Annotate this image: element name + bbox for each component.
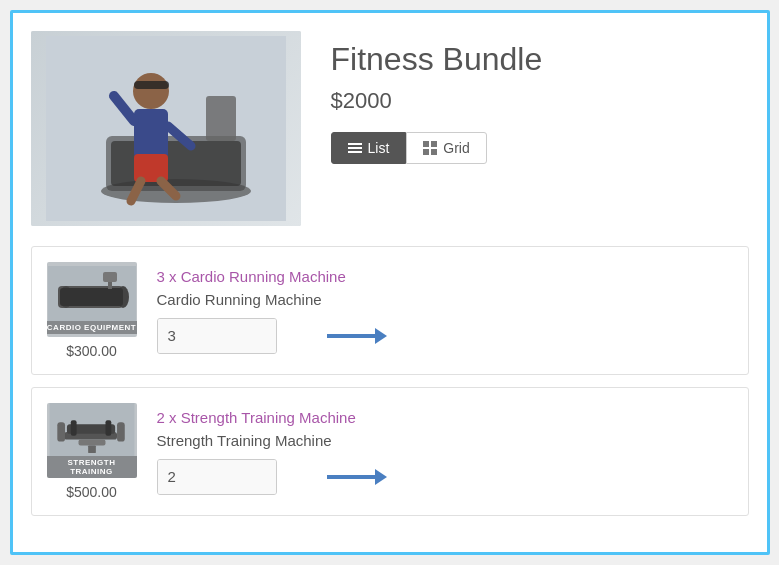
strength-quantity-group: ▲ ▼ <box>157 459 277 495</box>
strength-details: 2 x Strength Training Machine Strength T… <box>157 409 733 495</box>
strength-quantity-input[interactable] <box>158 460 277 494</box>
list-button-label: List <box>368 140 390 156</box>
svg-rect-30 <box>88 445 96 453</box>
cardio-quantity-group: ▲ ▼ <box>157 318 277 354</box>
item-card-strength: STRENGTH TRAINING $500.00 2 x Strength T… <box>31 387 749 516</box>
svg-rect-25 <box>70 420 76 435</box>
svg-marker-32 <box>375 469 387 485</box>
strength-heading-main: Strength Training Machine <box>181 409 356 426</box>
strength-arrow <box>327 465 387 489</box>
svg-rect-17 <box>60 288 123 306</box>
list-icon <box>348 143 362 153</box>
svg-rect-19 <box>103 272 117 282</box>
item-thumb-wrap-cardio: CARDIO EQUIPMENT $300.00 <box>47 262 137 359</box>
view-buttons: List Grid <box>331 132 749 164</box>
cardio-qty-prefix: 3 x <box>157 268 181 285</box>
strength-qty-prefix: 2 x <box>157 409 181 426</box>
grid-view-button[interactable]: Grid <box>406 132 486 164</box>
hero-illustration <box>46 36 286 221</box>
cardio-thumb-label: CARDIO EQUIPMENT <box>47 321 137 334</box>
item-thumbnail-strength: STRENGTH TRAINING <box>47 403 137 478</box>
cardio-quantity-input[interactable] <box>158 319 277 353</box>
strength-thumb-svg <box>48 403 136 456</box>
svg-rect-3 <box>111 141 241 186</box>
cardio-heading-main: Cardio Running Machine <box>181 268 346 285</box>
cardio-thumb-svg <box>48 266 136 321</box>
grid-button-label: Grid <box>443 140 469 156</box>
svg-rect-7 <box>134 109 168 159</box>
strength-thumb-label: STRENGTH TRAINING <box>47 456 137 478</box>
svg-rect-26 <box>105 420 111 435</box>
svg-marker-21 <box>375 328 387 344</box>
strength-quantity-wrap: ▲ ▼ <box>157 459 733 495</box>
svg-rect-6 <box>134 81 169 89</box>
item-card-cardio: CARDIO EQUIPMENT $300.00 3 x Cardio Runn… <box>31 246 749 375</box>
product-info: Fitness Bundle $2000 List Grid <box>331 31 749 226</box>
product-price: $2000 <box>331 88 749 114</box>
cardio-heading: 3 x Cardio Running Machine <box>157 268 733 285</box>
cardio-details: 3 x Cardio Running Machine Cardio Runnin… <box>157 268 733 354</box>
product-title: Fitness Bundle <box>331 41 749 78</box>
cardio-arrow <box>327 324 387 348</box>
hero-image <box>31 31 301 226</box>
grid-icon <box>423 141 437 155</box>
list-view-button[interactable]: List <box>331 132 407 164</box>
product-page: Fitness Bundle $2000 List Grid <box>10 10 770 555</box>
svg-rect-4 <box>206 96 236 141</box>
svg-point-5 <box>133 73 169 109</box>
svg-rect-27 <box>57 422 65 441</box>
cardio-price: $300.00 <box>66 343 117 359</box>
strength-heading: 2 x Strength Training Machine <box>157 409 733 426</box>
svg-rect-28 <box>117 422 125 441</box>
top-section: Fitness Bundle $2000 List Grid <box>31 31 749 226</box>
item-thumbnail-cardio: CARDIO EQUIPMENT <box>47 262 137 337</box>
cardio-quantity-wrap: ▲ ▼ <box>157 318 733 354</box>
strength-name: Strength Training Machine <box>157 432 733 449</box>
items-list: CARDIO EQUIPMENT $300.00 3 x Cardio Runn… <box>31 246 749 516</box>
strength-price: $500.00 <box>66 484 117 500</box>
svg-rect-29 <box>78 440 105 446</box>
cardio-name: Cardio Running Machine <box>157 291 733 308</box>
item-thumb-wrap-strength: STRENGTH TRAINING $500.00 <box>47 403 137 500</box>
